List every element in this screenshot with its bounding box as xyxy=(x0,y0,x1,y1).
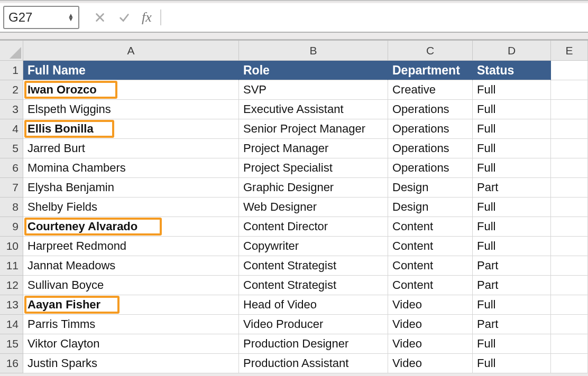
cell-fullname[interactable]: Justin Sparks xyxy=(23,354,239,373)
cell-status[interactable]: Part xyxy=(473,178,551,198)
cell-department[interactable]: Design xyxy=(388,198,473,217)
cell-fullname[interactable]: Shelby Fields xyxy=(23,198,239,217)
cell-department[interactable]: Operations xyxy=(388,139,473,158)
cell-department[interactable]: Content xyxy=(388,237,473,256)
row-header[interactable]: 8 xyxy=(0,198,23,217)
cell-fullname[interactable]: Jarred Burt xyxy=(23,139,239,158)
cell-role[interactable]: Project Specialist xyxy=(239,158,388,178)
spinner-down-icon[interactable]: ▼ xyxy=(68,17,74,21)
cell-status[interactable]: Full xyxy=(473,295,551,315)
confirm-icon[interactable] xyxy=(117,11,131,24)
spreadsheet-grid[interactable]: ABCDE1Full NameRoleDepartmentStatus2Iwan… xyxy=(0,41,588,373)
row-header[interactable]: 1 xyxy=(0,61,23,80)
cell-role[interactable]: SVP xyxy=(239,80,388,100)
cell-fullname[interactable]: Sullivan Boyce xyxy=(23,276,239,295)
cell-department[interactable]: Content xyxy=(388,276,473,295)
cell-role[interactable]: Web Designer xyxy=(239,198,388,217)
cancel-icon[interactable] xyxy=(93,11,107,24)
column-header-C[interactable]: C xyxy=(388,41,473,61)
cell-role[interactable]: Copywriter xyxy=(239,237,388,256)
cell-empty[interactable] xyxy=(551,178,588,198)
cell-department[interactable]: Video xyxy=(388,315,473,334)
table-header-role[interactable]: Role xyxy=(239,61,388,80)
row-header[interactable]: 16 xyxy=(0,354,23,373)
row-header[interactable]: 9 xyxy=(0,217,23,237)
cell-status[interactable]: Full xyxy=(473,100,551,119)
cell-empty[interactable] xyxy=(551,198,588,217)
cell-empty[interactable] xyxy=(551,61,588,80)
cell-role[interactable]: Production Assistant xyxy=(239,354,388,373)
cell-empty[interactable] xyxy=(551,217,588,237)
cell-fullname[interactable]: Ellis Bonilla xyxy=(23,119,239,139)
row-header[interactable]: 13 xyxy=(0,295,23,315)
cell-status[interactable]: Full xyxy=(473,198,551,217)
column-header-A[interactable]: A xyxy=(23,41,239,61)
cell-status[interactable]: Full xyxy=(473,237,551,256)
cell-department[interactable]: Operations xyxy=(388,100,473,119)
cell-empty[interactable] xyxy=(551,80,588,100)
column-header-B[interactable]: B xyxy=(239,41,388,61)
cell-fullname[interactable]: Harpreet Redmond xyxy=(23,237,239,256)
cell-department[interactable]: Creative xyxy=(388,80,473,100)
cell-fullname[interactable]: Elysha Benjamin xyxy=(23,178,239,198)
name-box-container[interactable]: ▲ ▼ xyxy=(3,6,79,29)
cell-empty[interactable] xyxy=(551,334,588,354)
row-header[interactable]: 3 xyxy=(0,100,23,119)
cell-empty[interactable] xyxy=(551,295,588,315)
cell-status[interactable]: Part xyxy=(473,276,551,295)
row-header[interactable]: 4 xyxy=(0,119,23,139)
cell-role[interactable]: Production Designer xyxy=(239,334,388,354)
cell-department[interactable]: Content xyxy=(388,217,473,237)
fx-label[interactable]: fx xyxy=(142,10,152,25)
cell-fullname[interactable]: Elspeth Wiggins xyxy=(23,100,239,119)
cell-role[interactable]: Content Strategist xyxy=(239,256,388,276)
table-header-status[interactable]: Status xyxy=(473,61,551,80)
cell-role[interactable]: Head of Video xyxy=(239,295,388,315)
row-header[interactable]: 6 xyxy=(0,158,23,178)
column-header-D[interactable]: D xyxy=(473,41,551,61)
cell-status[interactable]: Full xyxy=(473,119,551,139)
cell-department[interactable]: Operations xyxy=(388,158,473,178)
cell-empty[interactable] xyxy=(551,276,588,295)
row-header[interactable]: 11 xyxy=(0,256,23,276)
cell-department[interactable]: Design xyxy=(388,178,473,198)
select-all-corner[interactable] xyxy=(0,41,23,61)
row-header[interactable]: 10 xyxy=(0,237,23,256)
cell-fullname[interactable]: Aayan Fisher xyxy=(23,295,239,315)
name-box-input[interactable] xyxy=(8,10,57,25)
cell-role[interactable]: Project Manager xyxy=(239,139,388,158)
table-header-fullname[interactable]: Full Name xyxy=(23,61,239,80)
row-header[interactable]: 5 xyxy=(0,139,23,158)
cell-role[interactable]: Graphic Designer xyxy=(239,178,388,198)
cell-department[interactable]: Video xyxy=(388,354,473,373)
cell-department[interactable]: Video xyxy=(388,295,473,315)
cell-role[interactable]: Content Strategist xyxy=(239,276,388,295)
cell-department[interactable]: Operations xyxy=(388,119,473,139)
cell-role[interactable]: Content Director xyxy=(239,217,388,237)
cell-fullname[interactable]: Iwan Orozco xyxy=(23,80,239,100)
cell-status[interactable]: Full xyxy=(473,334,551,354)
cell-role[interactable]: Video Producer xyxy=(239,315,388,334)
row-header[interactable]: 2 xyxy=(0,80,23,100)
cell-status[interactable]: Full xyxy=(473,139,551,158)
cell-fullname[interactable]: Viktor Clayton xyxy=(23,334,239,354)
cell-fullname[interactable]: Parris Timms xyxy=(23,315,239,334)
cell-empty[interactable] xyxy=(551,139,588,158)
cell-status[interactable]: Full xyxy=(473,80,551,100)
cell-department[interactable]: Content xyxy=(388,256,473,276)
cell-empty[interactable] xyxy=(551,315,588,334)
cell-status[interactable]: Full xyxy=(473,354,551,373)
row-header[interactable]: 7 xyxy=(0,178,23,198)
cell-empty[interactable] xyxy=(551,119,588,139)
table-header-department[interactable]: Department xyxy=(388,61,473,80)
cell-fullname[interactable]: Courteney Alvarado xyxy=(23,217,239,237)
cell-department[interactable]: Video xyxy=(388,334,473,354)
cell-empty[interactable] xyxy=(551,237,588,256)
cell-status[interactable]: Full xyxy=(473,217,551,237)
cell-fullname[interactable]: Jannat Meadows xyxy=(23,256,239,276)
cell-status[interactable]: Part xyxy=(473,315,551,334)
cell-fullname[interactable]: Momina Chambers xyxy=(23,158,239,178)
cell-role[interactable]: Executive Assistant xyxy=(239,100,388,119)
cell-empty[interactable] xyxy=(551,158,588,178)
cell-empty[interactable] xyxy=(551,354,588,373)
